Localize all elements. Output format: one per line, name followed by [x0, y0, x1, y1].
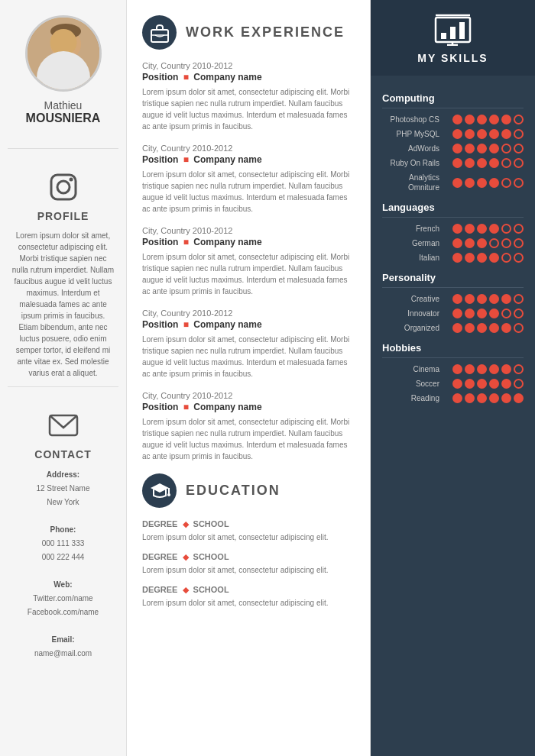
skill-soccer-name: Soccer [382, 380, 439, 388]
svg-rect-0 [28, 18, 99, 89]
skill-creative: Creative [382, 294, 524, 304]
dot [477, 224, 487, 234]
skill-german: German [382, 238, 524, 248]
dot-empty [514, 158, 524, 168]
dot [501, 323, 511, 333]
skill-french-name: French [382, 225, 439, 233]
svg-rect-19 [441, 33, 446, 39]
dot [489, 144, 499, 153]
dot-empty [514, 364, 524, 374]
web-label: Web: [54, 580, 72, 589]
skills-header: MY SKILLS [371, 0, 535, 76]
skill-italian-name: Italian [382, 254, 439, 262]
skill-german-name: German [382, 239, 439, 247]
web-value: Twitter.com/nameFacebook.com/name [28, 592, 99, 619]
phone-label: Phone: [50, 525, 76, 534]
svg-rect-20 [450, 27, 456, 39]
job-4-desc: Lorem ipsum dolor sit amet, consectetur … [142, 334, 355, 380]
dot [465, 253, 475, 263]
address-value: 12 Street NameNew York [28, 482, 99, 509]
dot [477, 323, 487, 333]
dot-empty [501, 238, 511, 248]
dot [465, 393, 475, 403]
dot-empty [514, 178, 524, 188]
skill-italian-dots [452, 253, 524, 263]
job-3-desc: Lorem ipsum dolor sit amet, consectetur … [142, 251, 355, 297]
job-5-desc: Lorem ipsum dolor sit amet, consectetur … [142, 416, 355, 462]
job-2-title: Position ■ Company name [142, 154, 355, 165]
dot [452, 129, 462, 139]
dot-empty [514, 238, 524, 248]
dot [452, 393, 462, 403]
dot-empty [514, 309, 524, 318]
edu-1: DEGREE ◆ SCHOOL Lorem ipsum dolor sit am… [142, 519, 355, 543]
profile-icon [44, 168, 83, 206]
dot [465, 115, 475, 124]
dot [465, 238, 475, 248]
dot [452, 253, 462, 263]
divider-2 [8, 386, 118, 387]
dot [501, 393, 511, 403]
dot [465, 294, 475, 304]
skill-soccer-dots [452, 379, 524, 389]
languages-category: Languages [382, 202, 524, 218]
dot [452, 364, 462, 374]
address-label: Address: [47, 470, 79, 479]
skill-adwords-name: AdWords [382, 144, 439, 153]
skill-reading-dots [452, 393, 524, 403]
dot [501, 129, 511, 139]
skill-innovator-name: Innovator [382, 309, 439, 318]
job-4-title: Position ■ Company name [142, 319, 355, 330]
dot-empty [514, 379, 524, 389]
dot [489, 309, 499, 318]
bullet-4: ■ [183, 319, 192, 330]
dot [452, 115, 462, 124]
dot [477, 158, 487, 168]
avatar [25, 15, 102, 92]
dot [465, 144, 475, 153]
svg-marker-6 [66, 67, 77, 77]
profile-text: Lorem ipsum dolor sit amet, consectetur … [8, 230, 118, 379]
dot-empty [501, 224, 511, 234]
dot [489, 129, 499, 139]
job-4-location: City, Country 2010-2012 [142, 309, 355, 318]
edu-1-desc: Lorem ipsum dolor sit amet, consectetur … [142, 531, 355, 543]
bullet-1: ■ [183, 72, 192, 82]
dot-empty [514, 294, 524, 304]
job-1-location: City, Country 2010-2012 [142, 61, 355, 70]
skill-adwords-dots [452, 144, 524, 153]
dot-empty [514, 129, 524, 139]
dot [477, 253, 487, 263]
dot [452, 309, 462, 318]
skills-icon [432, 11, 474, 46]
last-name: MOUSNIERA [26, 111, 101, 125]
skill-cinema: Cinema [382, 364, 524, 374]
dot [452, 294, 462, 304]
edu-3-desc: Lorem ipsum dolor sit amet, consectetur … [142, 597, 355, 609]
phone-value: 000 111 333000 222 444 [28, 537, 99, 564]
svg-rect-3 [43, 67, 89, 89]
contact-icon [44, 406, 83, 444]
personality-category: Personality [382, 272, 524, 288]
dot [465, 129, 475, 139]
dot [465, 323, 475, 333]
dot-empty [489, 238, 499, 248]
dot [489, 294, 499, 304]
dot-empty [501, 253, 511, 263]
dot [477, 238, 487, 248]
work-experience-header: WORK EXPERIENCE [142, 15, 355, 50]
skill-french-dots [452, 224, 524, 234]
skill-organized-dots [452, 323, 524, 333]
dot [477, 309, 487, 318]
dot [452, 158, 462, 168]
skill-photoshop-name: Photoshop CS [382, 115, 439, 124]
job-3: City, Country 2010-2012 Position ■ Compa… [142, 226, 355, 297]
skill-german-dots [452, 238, 524, 248]
skill-soccer: Soccer [382, 379, 524, 389]
skills-title: MY SKILLS [417, 52, 488, 64]
job-2-desc: Lorem ipsum dolor sit amet, consectetur … [142, 169, 355, 215]
contact-label: CONTACT [34, 448, 91, 460]
skill-ruby: Ruby On Rails [382, 158, 524, 168]
job-2-location: City, Country 2010-2012 [142, 144, 355, 153]
dot [452, 144, 462, 153]
